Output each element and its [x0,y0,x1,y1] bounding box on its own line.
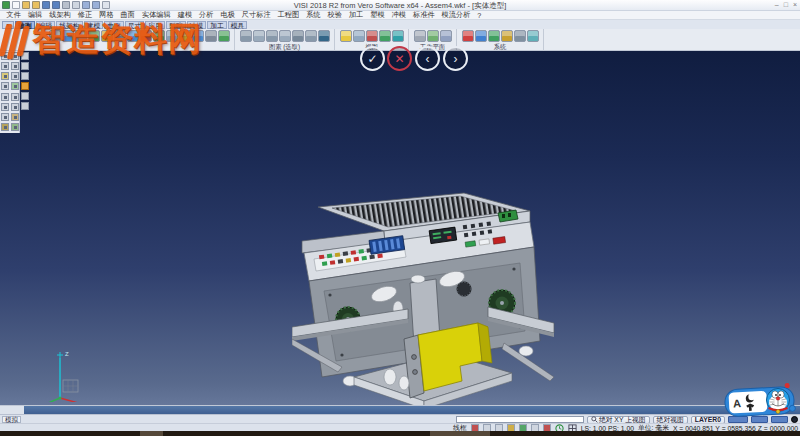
ribbon-icon[interactable] [440,30,452,42]
left-tool-icon[interactable] [1,52,9,60]
menu-item-modify[interactable]: 修正 [74,10,95,20]
tab-machining[interactable]: 加工 [207,21,227,29]
ribbon-icon[interactable] [49,30,61,42]
ribbon-icon[interactable] [475,30,487,42]
ribbon-icon[interactable] [392,30,404,42]
menu-item-system[interactable]: 系统 [303,10,324,20]
ime-doraemon-widget[interactable]: A [722,379,798,425]
tab-edit[interactable]: 编辑 [36,21,56,29]
side-tab[interactable] [21,72,29,80]
left-tool-icon[interactable] [1,72,9,80]
menu-item-flow-analysis[interactable]: 模流分析 [438,10,474,20]
tab-application[interactable]: 应用 [145,21,165,29]
ribbon-icon[interactable] [462,30,474,42]
ribbon-icon[interactable] [527,30,539,42]
ribbon-icon[interactable] [75,30,87,42]
menu-item-verify[interactable]: 校验 [324,10,345,20]
left-tool-icon[interactable] [1,103,9,111]
ribbon-icon[interactable] [62,30,74,42]
ribbon-icon[interactable] [266,30,278,42]
menu-item-mould[interactable]: 塑模 [367,10,388,20]
ribbon-icon[interactable] [488,30,500,42]
menu-item-wireframe[interactable]: 线架构 [46,10,75,20]
ribbon-icon[interactable] [166,30,178,42]
left-tool-icon[interactable] [1,62,9,70]
ribbon-icon[interactable] [179,30,191,42]
ribbon-icon[interactable] [427,30,439,42]
left-tool-icon[interactable] [1,82,9,90]
confirm-button[interactable]: ✓ [360,46,385,71]
ribbon-icon[interactable] [88,30,100,42]
left-tool-icon[interactable] [1,93,9,101]
status-search-input[interactable] [456,416,584,423]
ribbon-icon[interactable] [353,30,365,42]
close-button[interactable]: × [793,1,797,8]
ribbon-icon[interactable] [414,30,426,42]
side-tab[interactable] [21,52,29,60]
side-tab-active[interactable] [21,82,29,90]
tab-die[interactable]: 冲模 [187,21,207,29]
ribbon-icon[interactable] [218,30,230,42]
tab-modeling[interactable]: 建模 [84,21,104,29]
tab-dropdown-button[interactable]: ▾ [2,21,14,29]
tab-surface[interactable]: 曲面 [104,21,124,29]
menu-item-standard-parts[interactable]: 标准件 [410,10,439,20]
ribbon-icon[interactable] [501,30,513,42]
left-tool-icon[interactable] [11,52,19,60]
next-button[interactable]: › [443,46,468,71]
side-tab[interactable] [21,92,29,100]
ribbon-icon[interactable] [318,30,330,42]
left-tool-icon[interactable] [11,62,19,70]
ribbon-icon[interactable] [366,30,378,42]
ribbon-icon[interactable] [514,30,526,42]
ribbon-icon[interactable] [292,30,304,42]
left-tool-icon[interactable] [11,103,19,111]
machine-model[interactable] [292,191,556,415]
ribbon-icon[interactable] [127,30,139,42]
left-tool-icon[interactable] [11,72,19,80]
ribbon-icon[interactable] [114,30,126,42]
menu-item-help[interactable]: ? [474,11,485,20]
menu-item-surface[interactable]: 曲面 [117,10,138,20]
menu-item-file[interactable]: 文件 [3,10,24,20]
ribbon-icon[interactable] [279,30,291,42]
menu-item-edit[interactable]: 编辑 [24,10,45,20]
viewport-3d[interactable]: Z A [0,51,800,405]
ribbon-icon[interactable] [205,30,217,42]
left-tool-icon[interactable] [1,113,9,121]
left-tool-icon[interactable] [11,82,19,90]
ribbon-icon[interactable] [305,30,317,42]
menu-item-dimension[interactable]: 尺寸标注 [238,10,274,20]
ribbon-icon[interactable] [153,30,165,42]
tab-dimension[interactable]: 尺寸 [125,21,145,29]
left-tool-icon[interactable] [11,93,19,101]
menu-item-progress[interactable]: 冲模 [388,10,409,20]
menu-item-analysis[interactable]: 分析 [196,10,217,20]
ribbon-icon[interactable] [101,30,113,42]
tab-wireframe[interactable]: 线架构 [56,21,82,29]
left-tool-icon[interactable] [11,123,19,131]
menu-item-modeling[interactable]: 建模 [174,10,195,20]
menu-item-solid-edit[interactable]: 实体编辑 [138,10,174,20]
ribbon-icon[interactable] [253,30,265,42]
menu-item-electrode[interactable]: 电极 [217,10,238,20]
side-tab[interactable] [21,62,29,70]
ribbon-icon[interactable] [379,30,391,42]
ribbon-icon[interactable] [140,30,152,42]
maximize-button[interactable]: □ [784,1,788,8]
simulation-tab[interactable]: 模拟 [2,416,21,423]
minimize-button[interactable]: – [775,1,779,8]
menu-item-mesh[interactable]: 网格 [96,10,117,20]
side-tab[interactable] [21,102,29,110]
previous-button[interactable]: ‹ [415,46,440,71]
tab-axonometric[interactable]: 轴测 [15,21,35,29]
ribbon-icon[interactable] [340,30,352,42]
tab-cavity[interactable]: 型腔 [166,21,186,29]
menu-item-drawing[interactable]: 工程图 [274,10,303,20]
ribbon-icon[interactable] [240,30,252,42]
ribbon-icon[interactable] [192,30,204,42]
left-tool-icon[interactable] [1,123,9,131]
left-tool-icon[interactable] [11,113,19,121]
tab-mold[interactable]: 模具 [228,21,248,29]
cancel-button[interactable]: ✕ [387,46,412,71]
